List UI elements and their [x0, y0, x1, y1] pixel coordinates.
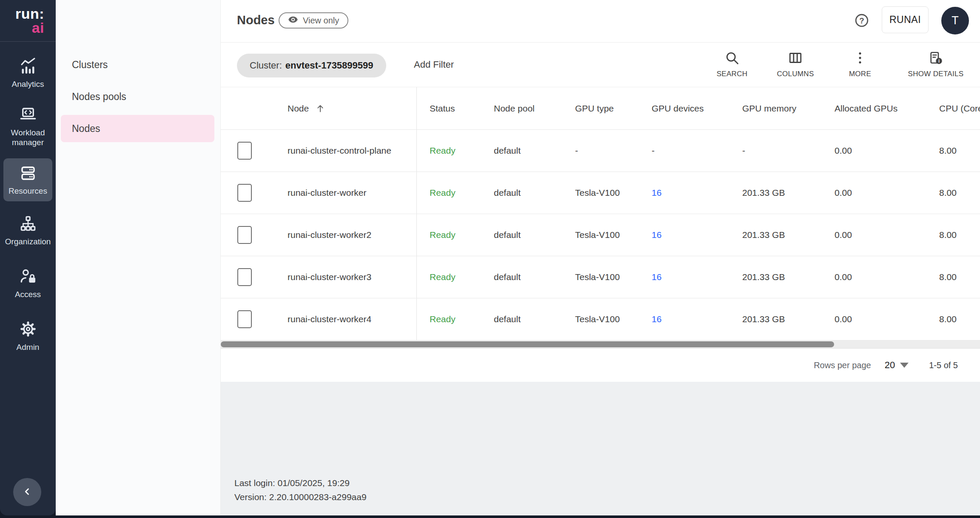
gpu-devices-link[interactable]: 16	[652, 272, 661, 282]
column-header-status[interactable]: Status	[417, 87, 481, 129]
cluster-filter-chip[interactable]: Cluster: envtest-1735899599	[237, 54, 386, 77]
row-checkbox[interactable]	[237, 184, 252, 202]
row-checkbox[interactable]	[237, 268, 252, 286]
gpu-devices-link[interactable]: 16	[652, 188, 661, 198]
search-icon	[724, 50, 740, 67]
sidebar-item-label: Workload manager	[0, 128, 56, 147]
subnav-label: Clusters	[72, 59, 108, 71]
subnav-item-nodes[interactable]: Nodes	[61, 115, 214, 142]
bottom-edge	[0, 515, 980, 518]
logo-ai: ai	[0, 21, 44, 35]
sidebar-item-label: Access	[15, 289, 41, 299]
sidebar-collapse-button[interactable]	[13, 478, 41, 506]
table-row[interactable]: runai-cluster-worker3 Ready default Tesl…	[221, 256, 980, 298]
column-header-gpu-devices[interactable]: GPU devices	[639, 87, 729, 129]
kebab-menu-icon	[852, 50, 868, 67]
node-name-cell: runai-cluster-worker	[268, 172, 417, 214]
gpu-memory-cell: 201.33 GB	[729, 214, 822, 256]
pagination-bar: Rows per page 20 1-5 of 5	[221, 348, 980, 382]
svg-text:?: ?	[859, 16, 864, 25]
main-content: Nodes View only ? RUNAI T	[221, 0, 980, 515]
allocated-gpus-cell: 0.00	[822, 172, 926, 214]
column-header-node[interactable]: Node	[268, 87, 417, 129]
gpu-type-cell: Tesla-V100	[562, 298, 639, 340]
laptop-code-icon	[19, 106, 37, 123]
node-name-cell: runai-cluster-worker4	[268, 298, 417, 340]
pagination-range: 1-5 of 5	[929, 361, 958, 370]
details-info-icon: i	[928, 50, 943, 67]
show-details-button[interactable]: i SHOW DETAILS	[902, 50, 970, 78]
help-button[interactable]: ?	[854, 13, 869, 28]
sidebar-item-label: Analytics	[11, 79, 44, 89]
node-pool-cell: default	[481, 172, 562, 214]
sort-ascending-icon	[315, 103, 326, 114]
row-checkbox[interactable]	[237, 142, 252, 160]
gpu-devices-link[interactable]: 16	[652, 230, 661, 240]
add-filter-button[interactable]: Add Filter	[414, 59, 454, 70]
gpu-type-cell: -	[562, 130, 639, 172]
row-checkbox[interactable]	[237, 226, 252, 244]
sidebar-item-admin[interactable]: Admin	[0, 320, 56, 352]
sidebar-item-organization[interactable]: Organization	[0, 215, 56, 246]
rows-per-page-dropdown-icon[interactable]	[900, 363, 909, 368]
filter-toolbar: Cluster: envtest-1735899599 Add Filter S…	[221, 43, 980, 87]
gpu-devices-cell: -	[639, 130, 729, 172]
column-header-gpu-memory[interactable]: GPU memory	[729, 87, 822, 129]
row-checkbox[interactable]	[237, 310, 252, 328]
sidebar-item-resources[interactable]: Resources	[3, 158, 52, 201]
subnav-item-clusters[interactable]: Clusters	[61, 51, 214, 78]
table-row[interactable]: runai-cluster-worker Ready default Tesla…	[221, 172, 980, 214]
view-only-badge: View only	[279, 12, 348, 29]
cpu-cores-cell: 8.00	[926, 130, 980, 172]
avatar[interactable]: T	[941, 7, 969, 34]
more-button[interactable]: MORE	[843, 50, 877, 78]
horizontal-scrollbar-thumb[interactable]	[221, 341, 834, 347]
version-text: Version: 2.20.10000283-a299aa9	[234, 490, 367, 504]
subnav-item-nodes-pools[interactable]: Nodes pools	[61, 83, 214, 110]
header-select-column	[221, 87, 268, 129]
column-header-cpu-cores[interactable]: CPU (Core	[926, 87, 980, 129]
table-row[interactable]: runai-cluster-worker4 Ready default Tesl…	[221, 298, 980, 341]
chip-value: envtest-1735899599	[285, 60, 373, 71]
status-cell: Ready	[417, 256, 481, 298]
subnav-label: Nodes pools	[72, 91, 126, 103]
table-row[interactable]: runai-cluster-control-plane Ready defaul…	[221, 130, 980, 172]
cpu-cores-cell: 8.00	[926, 256, 980, 298]
secondary-sidebar: Clusters Nodes pools Nodes	[56, 0, 221, 515]
horizontal-scrollbar-track	[221, 341, 980, 348]
nodes-table: Node Status Node pool GPU type GPU devic…	[221, 87, 980, 341]
column-header-gpu-type[interactable]: GPU type	[562, 87, 639, 129]
gpu-type-cell: Tesla-V100	[562, 214, 639, 256]
node-pool-cell: default	[481, 214, 562, 256]
account-button[interactable]: RUNAI	[882, 6, 929, 33]
sidebar-item-analytics[interactable]: Analytics	[0, 57, 56, 89]
allocated-gpus-cell: 0.00	[822, 256, 926, 298]
allocated-gpus-cell: 0.00	[822, 298, 926, 340]
allocated-gpus-cell: 0.00	[822, 214, 926, 256]
app-root: run: ai Analytics	[0, 0, 980, 518]
question-circle-icon: ?	[854, 23, 869, 29]
columns-button[interactable]: COLUMNS	[769, 50, 822, 78]
sidebar-item-access[interactable]: Access	[0, 267, 56, 299]
sidebar-item-label: Organization	[5, 237, 51, 246]
search-button[interactable]: SEARCH	[709, 50, 755, 78]
rows-per-page-value[interactable]: 20	[885, 360, 895, 371]
table-header-row: Node Status Node pool GPU type GPU devic…	[221, 87, 980, 130]
topbar: Nodes View only ? RUNAI T	[221, 0, 980, 43]
node-name-cell: runai-cluster-control-plane	[268, 130, 417, 172]
gpu-devices-link[interactable]: 16	[652, 314, 661, 324]
chevron-left-icon	[21, 485, 34, 499]
gpu-type-cell: Tesla-V100	[562, 256, 639, 298]
gpu-memory-cell: 201.33 GB	[729, 298, 822, 340]
node-pool-cell: default	[481, 298, 562, 340]
sidebar-item-workload-manager[interactable]: Workload manager	[0, 106, 56, 147]
column-header-node-pool[interactable]: Node pool	[481, 87, 562, 129]
allocated-gpus-cell: 0.00	[822, 130, 926, 172]
svg-text:i: i	[938, 58, 940, 63]
status-cell: Ready	[417, 130, 481, 172]
columns-icon	[788, 50, 803, 67]
gear-icon	[19, 320, 37, 338]
cpu-cores-cell: 8.00	[926, 172, 980, 214]
column-header-allocated-gpus[interactable]: Allocated GPUs	[822, 87, 926, 129]
table-row[interactable]: runai-cluster-worker2 Ready default Tesl…	[221, 214, 980, 256]
